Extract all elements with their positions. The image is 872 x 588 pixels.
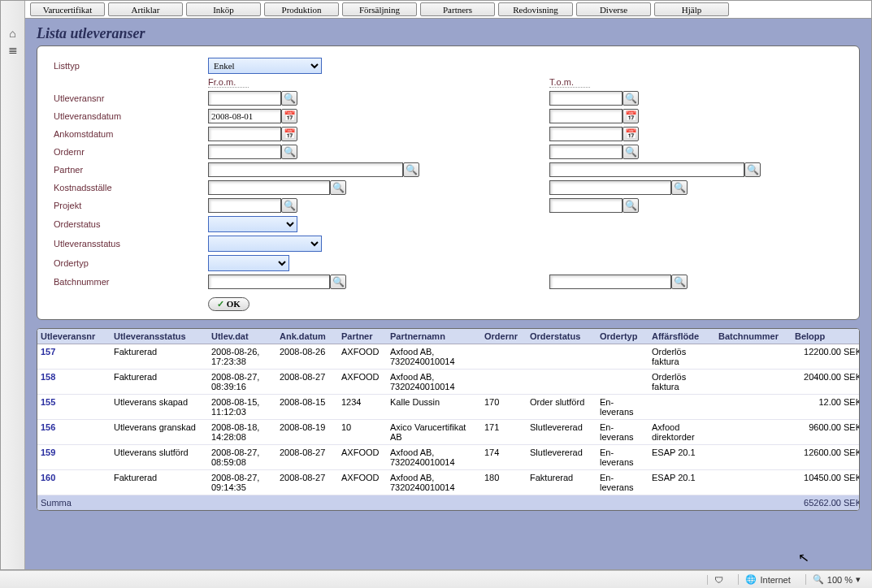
col-header[interactable]: Ank.datum bbox=[276, 329, 338, 344]
label-utleveransstatus: Utleveransstatus bbox=[54, 239, 208, 249]
cell-partner: AXFOOD bbox=[338, 470, 387, 495]
cell-ordertyp: En-leverans bbox=[597, 445, 649, 470]
zoom-dropdown-icon[interactable]: ▾ bbox=[856, 574, 861, 585]
zoom-icon[interactable]: 🔍 bbox=[813, 574, 824, 585]
kostnadsstalle-from-input[interactable] bbox=[208, 180, 330, 195]
cell-belopp: 9600.00 SEK bbox=[792, 420, 860, 445]
col-header[interactable]: Ordertyp bbox=[597, 329, 649, 344]
col-header[interactable]: Utleveransnr bbox=[37, 329, 111, 344]
ankomstdatum-to-calendar-icon[interactable]: 📅 bbox=[623, 127, 639, 141]
cell-partnernamn: Axfood AB, 7320240010014 bbox=[387, 470, 481, 495]
ordernr-from-lookup-icon[interactable]: 🔍 bbox=[281, 145, 297, 159]
kostnadsstalle-to-input[interactable] bbox=[549, 180, 671, 195]
menu-produktion[interactable]: Produktion bbox=[264, 2, 339, 16]
partner-from-input[interactable] bbox=[208, 162, 403, 177]
cell-status: Fakturerad bbox=[111, 344, 208, 370]
utleveransnr-link[interactable]: 155 bbox=[37, 395, 111, 420]
utleveransnr-from-input[interactable] bbox=[208, 91, 281, 106]
cell-orderstatus: Order slutförd bbox=[527, 395, 597, 420]
cell-orderstatus: Slutlevererad bbox=[527, 420, 597, 445]
partner-to-input[interactable] bbox=[549, 162, 744, 177]
utleveransnr-from-lookup-icon[interactable]: 🔍 bbox=[281, 91, 297, 106]
menu-inköp[interactable]: Inköp bbox=[186, 2, 261, 16]
page-title: Lista utleveranser bbox=[25, 19, 871, 45]
ordernr-from-input[interactable] bbox=[208, 145, 281, 159]
col-header[interactable]: Orderstatus bbox=[527, 329, 597, 344]
ordernr-to-lookup-icon[interactable]: 🔍 bbox=[623, 145, 639, 159]
table-row: 159Utleverans slutförd2008-08-27, 08:59:… bbox=[37, 445, 860, 470]
utleveransnr-to-input[interactable] bbox=[549, 91, 623, 106]
ordertyp-select[interactable] bbox=[208, 255, 289, 271]
utleveransnr-to-lookup-icon[interactable]: 🔍 bbox=[623, 91, 639, 106]
cell-orderstatus: Fakturerad bbox=[527, 470, 597, 495]
cell-partnernamn: Kalle Dussin bbox=[387, 395, 481, 420]
utleveransdatum-to-input[interactable] bbox=[549, 109, 623, 123]
ankomstdatum-from-calendar-icon[interactable]: 📅 bbox=[281, 127, 297, 141]
kostnadsstalle-from-lookup-icon[interactable]: 🔍 bbox=[330, 180, 346, 195]
filter-panel: Listtyp Enkel Fr.o.m. T.o.m. Utleveransn… bbox=[37, 45, 860, 320]
utleveransdatum-from-calendar-icon[interactable]: 📅 bbox=[281, 109, 297, 123]
projekt-to-lookup-icon[interactable]: 🔍 bbox=[623, 198, 639, 213]
cell-utlevdat: 2008-08-27, 08:39:16 bbox=[208, 370, 276, 395]
cell-belopp: 12200.00 SEK bbox=[792, 344, 860, 370]
table-row: 160Fakturerad2008-08-27, 09:14:352008-08… bbox=[37, 470, 860, 495]
cell-ordernr bbox=[481, 344, 527, 370]
projekt-to-input[interactable] bbox=[549, 198, 623, 213]
home-icon[interactable]: ⌂ bbox=[1, 27, 24, 40]
listtyp-select[interactable]: Enkel bbox=[208, 58, 322, 74]
cell-partnernamn: Axico Varucertifikat AB bbox=[387, 420, 481, 445]
cell-batch bbox=[715, 370, 792, 395]
menu-redovisning[interactable]: Redovisning bbox=[498, 2, 573, 16]
shield-icon: 🛡 bbox=[714, 575, 723, 585]
cell-belopp: 12600.00 SEK bbox=[792, 445, 860, 470]
label-utleveransnr: Utleveransnr bbox=[54, 93, 208, 103]
menu-diverse[interactable]: Diverse bbox=[576, 2, 651, 16]
utleveransnr-link[interactable]: 157 bbox=[37, 344, 111, 370]
partner-from-lookup-icon[interactable]: 🔍 bbox=[403, 162, 419, 177]
projekt-from-lookup-icon[interactable]: 🔍 bbox=[281, 198, 297, 213]
kostnadsstalle-to-lookup-icon[interactable]: 🔍 bbox=[671, 180, 688, 195]
utleveransdatum-to-calendar-icon[interactable]: 📅 bbox=[623, 109, 639, 123]
utleveransnr-link[interactable]: 160 bbox=[37, 470, 111, 495]
utleveransstatus-select[interactable] bbox=[208, 236, 322, 252]
ok-button[interactable]: OK bbox=[208, 297, 249, 311]
zone-label: Internet bbox=[760, 575, 790, 585]
orderstatus-select[interactable] bbox=[208, 216, 297, 232]
batchnummer-to-lookup-icon[interactable]: 🔍 bbox=[671, 275, 688, 289]
cell-ankdat: 2008-08-26 bbox=[276, 344, 338, 370]
col-header[interactable]: Batchnummer bbox=[715, 329, 792, 344]
cursor-icon: ↖ bbox=[797, 549, 810, 566]
col-tom-header: T.o.m. bbox=[549, 77, 590, 88]
col-header[interactable]: Utlev.dat bbox=[208, 329, 276, 344]
ankomstdatum-to-input[interactable] bbox=[549, 127, 623, 141]
batchnummer-to-input[interactable] bbox=[549, 275, 671, 289]
cell-orderstatus: Slutlevererad bbox=[527, 445, 597, 470]
col-header[interactable]: Partner bbox=[338, 329, 387, 344]
menu-bars-icon[interactable]: ≣ bbox=[1, 43, 24, 56]
utleveransdatum-from-input[interactable] bbox=[208, 109, 281, 123]
cell-partner: 10 bbox=[338, 420, 387, 445]
col-header[interactable]: Partnernamn bbox=[387, 329, 481, 344]
batchnummer-from-lookup-icon[interactable]: 🔍 bbox=[330, 275, 346, 289]
batchnummer-from-input[interactable] bbox=[208, 275, 330, 289]
utleveransnr-link[interactable]: 159 bbox=[37, 445, 111, 470]
menu-artiklar[interactable]: Artiklar bbox=[108, 2, 183, 16]
menu-hjälp[interactable]: Hjälp bbox=[654, 2, 729, 16]
col-header[interactable]: Affärsflöde bbox=[649, 329, 715, 344]
ankomstdatum-from-input[interactable] bbox=[208, 127, 281, 141]
col-header[interactable]: Ordernr bbox=[481, 329, 527, 344]
col-header[interactable]: Utleveransstatus bbox=[111, 329, 208, 344]
cell-flow: Axfood direktorder bbox=[649, 420, 715, 445]
projekt-from-input[interactable] bbox=[208, 198, 281, 213]
menu-varucertifikat[interactable]: Varucertifikat bbox=[30, 2, 105, 16]
utleveransnr-link[interactable]: 158 bbox=[37, 370, 111, 395]
partner-to-lookup-icon[interactable]: 🔍 bbox=[744, 162, 761, 177]
utleveransnr-link[interactable]: 156 bbox=[37, 420, 111, 445]
ordernr-to-input[interactable] bbox=[549, 145, 623, 159]
cell-ordernr: 180 bbox=[481, 470, 527, 495]
cell-ordernr: 171 bbox=[481, 420, 527, 445]
col-header[interactable]: Belopp bbox=[792, 329, 860, 344]
cell-partner: 1234 bbox=[338, 395, 387, 420]
menu-partners[interactable]: Partners bbox=[420, 2, 495, 16]
menu-försäljning[interactable]: Försäljning bbox=[342, 2, 417, 16]
